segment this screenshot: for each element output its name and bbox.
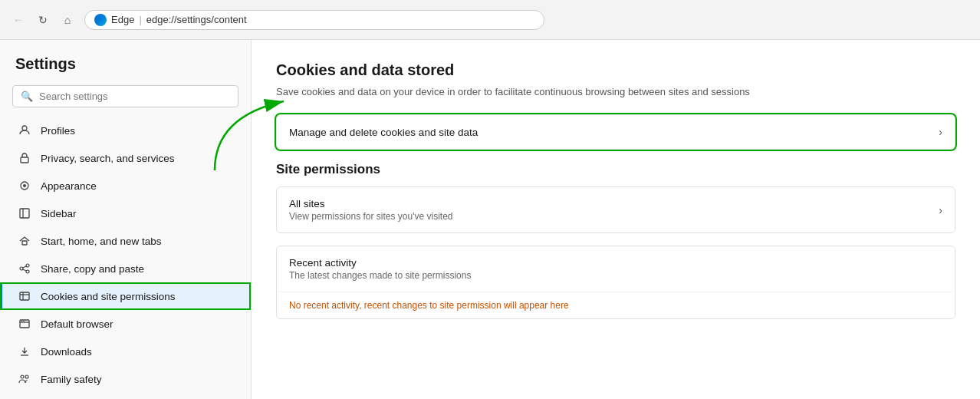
main-content: Cookies and data stored Save cookies and… (252, 40, 980, 399)
svg-point-21 (25, 375, 28, 378)
permissions-section-title: Site permissions (276, 162, 955, 177)
privacy-icon (18, 151, 31, 165)
sidebar-item-default-browser[interactable]: Default browser (0, 310, 251, 338)
sidebar-label-default-browser: Default browser (41, 318, 113, 330)
start-home-icon (18, 234, 31, 248)
sidebar-item-downloads[interactable]: Downloads (0, 338, 251, 365)
recent-activity-title: Recent activity (289, 257, 471, 269)
svg-point-20 (21, 375, 24, 378)
sidebar-label-sidebar: Sidebar (41, 208, 77, 219)
svg-rect-13 (20, 292, 29, 300)
page-subtitle: Save cookies and data on your device in … (276, 85, 955, 99)
sidebar-item-appearance[interactable]: Appearance (0, 172, 251, 200)
sidebar: Settings 🔍 Profiles Privacy, search, and… (0, 40, 252, 399)
sidebar-label-start-home: Start, home, and new tabs (41, 236, 162, 247)
recent-activity-subtitle: The latest changes made to site permissi… (289, 270, 471, 281)
page-title: Cookies and data stored (276, 61, 955, 79)
svg-point-18 (23, 321, 25, 322)
no-recent-activity-text: No recent activity, recent changes to si… (277, 292, 955, 318)
recent-activity-card: Recent activity The latest changes made … (276, 246, 955, 319)
family-safety-icon (18, 372, 31, 386)
search-icon: 🔍 (21, 91, 33, 102)
address-url: edge://settings/content (146, 14, 247, 25)
sidebar-title: Settings (0, 55, 251, 85)
sidebar-item-share-copy[interactable]: Share, copy and paste (0, 255, 251, 282)
sidebar-label-appearance: Appearance (41, 180, 97, 192)
manage-cookies-chevron: › (939, 126, 942, 138)
sidebar-label-privacy: Privacy, search, and services (41, 153, 175, 164)
cookies-icon (18, 289, 31, 303)
sidebar-item-family-safety[interactable]: Family safety (0, 365, 251, 393)
sidebar-label-profiles: Profiles (41, 125, 75, 137)
all-sites-sub: View permissions for sites you've visite… (289, 211, 453, 222)
svg-rect-5 (20, 209, 29, 218)
address-separator: | (139, 14, 141, 25)
sidebar-item-profiles[interactable]: Profiles (0, 117, 251, 144)
address-bar[interactable]: Edge | edge://settings/content (84, 10, 544, 30)
search-input[interactable] (39, 91, 230, 102)
share-copy-icon (18, 262, 31, 275)
sidebar-item-privacy[interactable]: Privacy, search, and services (0, 144, 251, 172)
all-sites-card[interactable]: All sites View permissions for sites you… (276, 186, 955, 233)
all-sites-item[interactable]: All sites View permissions for sites you… (277, 187, 955, 232)
svg-point-4 (23, 184, 26, 187)
sidebar-label-share-copy: Share, copy and paste (41, 263, 144, 275)
svg-line-12 (23, 269, 26, 271)
default-browser-icon (18, 317, 31, 331)
svg-line-11 (23, 266, 26, 268)
sidebar-item-sidebar[interactable]: Sidebar (0, 200, 251, 227)
sidebar-label-family-safety: Family safety (41, 374, 102, 385)
sidebar-item-languages[interactable]: A𝑎 Languages (0, 393, 251, 399)
manage-cookies-card[interactable]: Manage and delete cookies and site data … (276, 114, 955, 150)
nav-buttons: ← ↻ ⌂ (8, 9, 78, 31)
manage-cookies-label: Manage and delete cookies and site data (289, 127, 478, 138)
svg-rect-7 (22, 241, 27, 245)
svg-rect-2 (21, 157, 28, 163)
search-box[interactable]: 🔍 (12, 85, 238, 107)
sidebar-icon (18, 206, 31, 220)
downloads-icon (18, 345, 31, 358)
svg-point-8 (26, 264, 29, 267)
sidebar-label-downloads: Downloads (41, 346, 92, 358)
appearance-icon (18, 179, 31, 193)
svg-point-17 (21, 321, 23, 322)
svg-point-10 (26, 270, 29, 273)
profiles-icon (18, 124, 31, 137)
all-sites-chevron: › (939, 204, 942, 216)
edge-label: Edge (111, 14, 134, 25)
home-button[interactable]: ⌂ (57, 9, 78, 31)
sidebar-label-cookies: Cookies and site permissions (41, 291, 176, 302)
sidebar-item-cookies[interactable]: Cookies and site permissions (0, 282, 251, 310)
refresh-button[interactable]: ↻ (32, 9, 54, 31)
back-button[interactable]: ← (8, 9, 29, 31)
recent-activity-item: Recent activity The latest changes made … (277, 246, 955, 292)
all-sites-label: All sites (289, 198, 453, 209)
svg-point-9 (20, 267, 23, 270)
svg-point-1 (22, 126, 27, 130)
edge-logo-icon (94, 14, 107, 26)
sidebar-item-start-home[interactable]: Start, home, and new tabs (0, 227, 251, 255)
manage-cookies-item[interactable]: Manage and delete cookies and site data … (277, 115, 955, 149)
